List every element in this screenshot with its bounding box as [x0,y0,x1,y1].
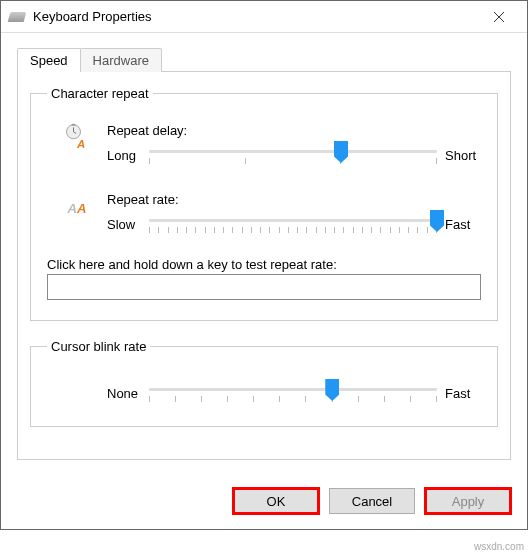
cursor-none-label: None [107,386,149,401]
tab-hardware[interactable]: Hardware [80,48,162,72]
repeat-rate-slow-label: Slow [107,217,149,232]
titlebar: Keyboard Properties [1,1,527,33]
ok-button[interactable]: OK [233,488,319,514]
dialog-content: Speed Hardware Character repeat A [1,33,527,476]
character-repeat-group: Character repeat A Repeat delay: [30,86,498,321]
cursor-blink-group: Cursor blink rate None Fast [30,339,498,427]
repeat-delay-row: A Repeat delay: Long Short [47,123,481,168]
cancel-button[interactable]: Cancel [329,488,415,514]
keyboard-icon [8,12,27,22]
apply-button[interactable]: Apply [425,488,511,514]
close-button[interactable] [479,2,519,32]
svg-text:A: A [76,138,85,150]
character-repeat-legend: Character repeat [47,86,153,101]
speed-panel: Character repeat A Repeat delay: [17,72,511,460]
test-repeat-input[interactable] [47,274,481,300]
clock-icon: A [63,123,91,151]
aa-icon: AA [68,192,87,219]
repeat-rate-label: Repeat rate: [107,192,481,207]
repeat-delay-slider[interactable] [149,142,437,168]
repeat-rate-slider[interactable] [149,211,437,237]
repeat-rate-row: AA Repeat rate: Slow Fast [47,192,481,237]
test-repeat-label: Click here and hold down a key to test r… [47,257,481,272]
tab-bar: Speed Hardware [17,47,511,72]
repeat-delay-short-label: Short [437,148,481,163]
close-icon [494,12,504,22]
svg-rect-1 [72,124,76,126]
cursor-blink-row: None Fast [47,376,481,406]
cursor-fast-label: Fast [437,386,481,401]
window-title: Keyboard Properties [33,9,479,24]
keyboard-properties-dialog: Keyboard Properties Speed Hardware Chara… [0,0,528,530]
repeat-delay-long-label: Long [107,148,149,163]
button-row: OK Cancel Apply [1,476,527,526]
cursor-blink-slider[interactable] [149,380,437,406]
cursor-blink-legend: Cursor blink rate [47,339,150,354]
watermark: wsxdn.com [474,541,524,552]
repeat-delay-label: Repeat delay: [107,123,481,138]
tab-speed[interactable]: Speed [17,48,81,72]
